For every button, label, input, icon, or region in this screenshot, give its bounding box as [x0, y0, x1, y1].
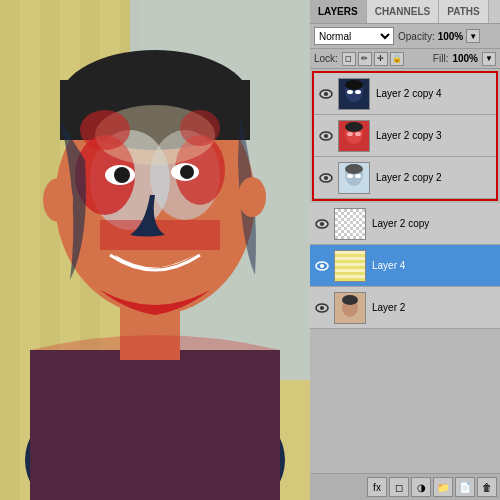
svg-point-26	[238, 177, 266, 217]
fill-label: Fill:	[433, 53, 449, 64]
svg-point-34	[345, 80, 363, 90]
lock-row: Lock: ◻ ✏ ✛ 🔒 Fill: 100% ▼	[310, 49, 500, 69]
svg-point-48	[345, 164, 363, 174]
layer-name: Layer 2 copy 2	[376, 172, 492, 183]
layer-name: Layer 4	[372, 260, 496, 271]
layer-thumbnail	[334, 208, 366, 240]
layer-visibility-icon[interactable]	[314, 216, 330, 232]
lock-label: Lock:	[314, 53, 338, 64]
layer-mask-button[interactable]: ◻	[389, 477, 409, 497]
svg-rect-1	[0, 0, 20, 500]
layers-panel: LAYERS CHANNELS PATHS Normal Multiply Sc…	[310, 0, 500, 500]
layer-thumbnail	[338, 120, 370, 152]
svg-point-28	[80, 110, 130, 150]
layer-name: Layer 2 copy	[372, 218, 496, 229]
svg-point-29	[180, 110, 220, 146]
tab-channels[interactable]: CHANNELS	[367, 0, 440, 23]
layer-item[interactable]: Layer 4	[310, 245, 500, 287]
lock-position-btn[interactable]: ✛	[374, 52, 388, 66]
lock-all-btn[interactable]: 🔒	[390, 52, 404, 66]
opacity-label: Opacity:	[398, 31, 435, 42]
svg-point-50	[355, 174, 361, 178]
svg-point-54	[320, 264, 324, 268]
svg-point-25	[43, 178, 73, 222]
layer-item[interactable]: Layer 2 copy 4	[314, 73, 496, 115]
lock-icons: ◻ ✏ ✛ 🔒	[342, 52, 404, 66]
layer-visibility-icon[interactable]	[318, 128, 334, 144]
layer-thumbnail	[338, 78, 370, 110]
layer-style-button[interactable]: fx	[367, 477, 387, 497]
layer-visibility-icon[interactable]	[318, 170, 334, 186]
new-layer-button[interactable]: 📄	[455, 477, 475, 497]
svg-point-59	[342, 295, 358, 305]
fill-value: 100%	[452, 53, 478, 64]
lock-transparent-btn[interactable]: ◻	[342, 52, 356, 66]
layer-thumbnail	[334, 292, 366, 324]
svg-point-31	[324, 92, 328, 96]
layer-group-button[interactable]: 📁	[433, 477, 453, 497]
svg-point-41	[345, 122, 363, 132]
adjustment-layer-button[interactable]: ◑	[411, 477, 431, 497]
layer-visibility-icon[interactable]	[318, 86, 334, 102]
layer-name: Layer 2	[372, 302, 496, 313]
app-container: LAYERS CHANNELS PATHS Normal Multiply Sc…	[0, 0, 500, 500]
layer-name: Layer 2 copy 3	[376, 130, 492, 141]
svg-point-56	[320, 306, 324, 310]
svg-point-45	[324, 176, 328, 180]
svg-point-36	[355, 90, 361, 94]
layer-thumbnail	[338, 162, 370, 194]
svg-point-43	[355, 132, 361, 136]
layer-item[interactable]: Layer 2	[310, 287, 500, 329]
lock-image-btn[interactable]: ✏	[358, 52, 372, 66]
svg-point-35	[347, 90, 353, 94]
opacity-row: Opacity: 100% ▼	[398, 29, 496, 43]
delete-layer-button[interactable]: 🗑	[477, 477, 497, 497]
layer-visibility-icon[interactable]	[314, 300, 330, 316]
layer-item[interactable]: Layer 2 copy	[310, 203, 500, 245]
layer-item[interactable]: Layer 2 copy 2	[314, 157, 496, 199]
fill-arrow[interactable]: ▼	[482, 52, 496, 66]
layer-thumbnail	[334, 250, 366, 282]
svg-point-24	[180, 165, 194, 179]
blend-mode-select[interactable]: Normal Multiply Screen	[314, 27, 394, 45]
svg-point-23	[114, 167, 130, 183]
panel-tabs: LAYERS CHANNELS PATHS	[310, 0, 500, 24]
layer-name: Layer 2 copy 4	[376, 88, 492, 99]
layer-visibility-icon[interactable]	[314, 258, 330, 274]
panel-bottom-toolbar: fx ◻ ◑ 📁 📄 🗑	[310, 473, 500, 500]
highlighted-layers-group: Layer 2 copy 4	[312, 71, 498, 201]
tab-layers[interactable]: LAYERS	[310, 0, 367, 23]
svg-point-38	[324, 134, 328, 138]
layers-list: Layer 2 copy 4	[310, 69, 500, 473]
layer-item[interactable]: Layer 2 copy 3	[314, 115, 496, 157]
svg-point-49	[347, 174, 353, 178]
svg-point-42	[347, 132, 353, 136]
opacity-value: 100%	[438, 31, 464, 42]
canvas-image	[0, 0, 310, 500]
blend-mode-row: Normal Multiply Screen Opacity: 100% ▼	[310, 24, 500, 49]
svg-point-52	[320, 222, 324, 226]
canvas-area	[0, 0, 310, 500]
tab-paths[interactable]: PATHS	[439, 0, 488, 23]
opacity-arrow[interactable]: ▼	[466, 29, 480, 43]
